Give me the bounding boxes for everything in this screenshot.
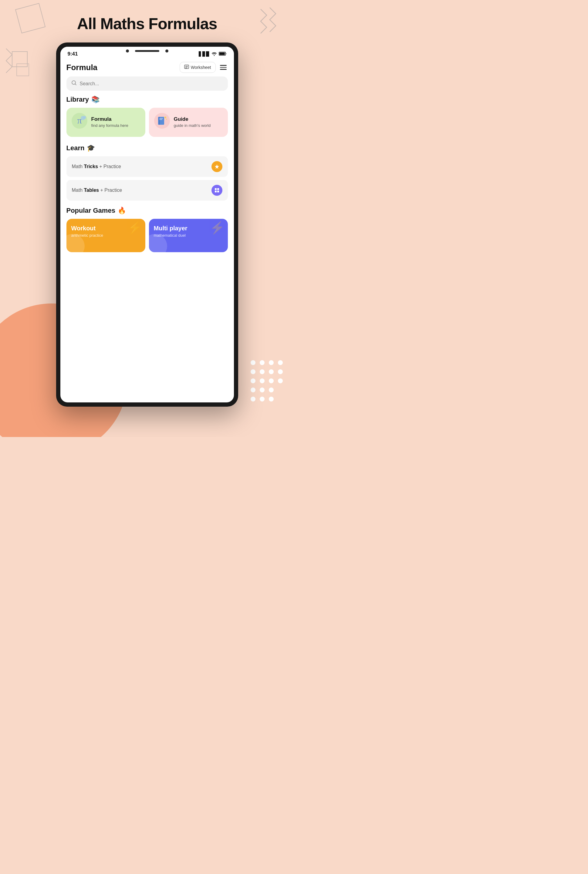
svg-point-8: [260, 369, 265, 374]
library-section-title: Library: [66, 96, 89, 104]
guide-card[interactable]: Guide guide in math's world: [149, 108, 228, 137]
svg-point-20: [269, 396, 274, 401]
svg-point-11: [250, 378, 255, 383]
guide-card-title: Guide: [174, 116, 211, 122]
sensor-dot: [165, 50, 168, 53]
multiplayer-game-card[interactable]: ⚡ Multi player mathematical duel: [149, 219, 228, 252]
math-tables-badge: [212, 185, 222, 196]
popular-games-header: Popular Games 🔥: [66, 207, 228, 215]
search-icon: [71, 80, 77, 87]
app-header: Formula Worksheet: [60, 60, 234, 77]
screen-content: Library 📚 π: [60, 96, 234, 402]
formula-card-text: Formula find any formula here: [92, 116, 128, 128]
speaker-bar: [135, 50, 159, 52]
math-tricks-text: Math Tricks + Practice: [72, 164, 121, 169]
svg-point-14: [278, 378, 283, 383]
svg-rect-1: [12, 52, 27, 67]
math-tables-bold: Tables: [84, 188, 99, 193]
svg-point-16: [260, 387, 265, 392]
dots-decoration: [249, 358, 285, 413]
worksheet-button-label: Worksheet: [191, 65, 211, 70]
guide-card-icon: [154, 113, 170, 132]
games-row: ⚡ Workout arithmetic practice ⚡ Multi pl…: [66, 219, 228, 252]
svg-point-12: [260, 378, 265, 383]
math-tables-item[interactable]: Math Tables + Practice: [66, 180, 228, 201]
popular-games-section: Popular Games 🔥 ⚡ Workout arithmetic pra…: [66, 207, 228, 252]
math-tricks-prefix: Math: [72, 164, 84, 169]
guide-card-text: Guide guide in math's world: [174, 116, 211, 128]
front-camera: [126, 50, 129, 53]
multiplayer-game-title: Multi player: [154, 225, 223, 232]
workout-game-title: Workout: [71, 225, 141, 232]
svg-point-9: [269, 369, 274, 374]
library-section-header: Library 📚: [66, 96, 228, 104]
math-tricks-bold: Tricks: [84, 164, 98, 169]
popular-games-title: Popular Games: [66, 207, 115, 215]
menu-button[interactable]: [219, 64, 228, 71]
status-time: 9:41: [68, 51, 78, 57]
workout-game-subtitle: arithmetic practice: [71, 233, 141, 237]
multiplayer-game-subtitle: mathematical duel: [154, 233, 223, 237]
svg-point-5: [269, 360, 274, 365]
learn-section-emoji: 🎓: [87, 144, 95, 152]
guide-card-subtitle: guide in math's world: [174, 123, 211, 128]
svg-rect-36: [159, 118, 163, 119]
svg-point-39: [166, 119, 167, 120]
battery-icon: [219, 52, 226, 57]
status-icons: ▋▊▉: [199, 51, 226, 57]
workout-game-card[interactable]: ⚡ Workout arithmetic practice: [66, 219, 146, 252]
svg-point-18: [250, 396, 255, 401]
page-title: All Maths Formulas: [0, 15, 294, 33]
svg-marker-40: [215, 164, 219, 169]
formula-card-icon: π: [71, 113, 88, 132]
tablet-top-bar: [99, 47, 196, 55]
svg-rect-42: [217, 188, 219, 190]
popular-games-emoji: 🔥: [118, 207, 126, 215]
tablet-device: 9:41 ▋▊▉: [56, 42, 238, 407]
svg-rect-44: [217, 191, 219, 192]
svg-point-7: [250, 369, 255, 374]
library-cards: π Formula find any formula here: [66, 108, 228, 137]
svg-rect-41: [215, 188, 217, 190]
svg-point-10: [278, 369, 283, 374]
svg-rect-43: [215, 191, 217, 192]
learn-section-title: Learn: [66, 144, 85, 152]
formula-card-title: Formula: [92, 116, 128, 122]
formula-card-subtitle: find any formula here: [92, 123, 128, 128]
wifi-icon: [212, 52, 217, 57]
math-tricks-badge: [212, 161, 222, 172]
svg-rect-35: [159, 117, 160, 125]
learn-section: Learn 🎓 Math Tricks + Practice: [66, 144, 228, 201]
svg-line-28: [75, 84, 76, 85]
signal-icon: ▋▊▉: [199, 51, 210, 57]
svg-rect-2: [16, 64, 29, 76]
formula-card[interactable]: π Formula find any formula here: [66, 108, 146, 137]
menu-line-3: [220, 69, 226, 70]
search-container: [60, 77, 234, 96]
math-tricks-item[interactable]: Math Tricks + Practice: [66, 156, 228, 177]
svg-point-3: [250, 360, 255, 365]
svg-point-6: [278, 360, 283, 365]
svg-point-4: [260, 360, 265, 365]
learn-section-header: Learn 🎓: [66, 144, 228, 152]
math-tables-prefix: Math: [72, 188, 84, 193]
tablet-screen: 9:41 ▋▊▉: [60, 47, 234, 402]
svg-point-17: [269, 387, 274, 392]
svg-rect-37: [159, 119, 162, 120]
search-input[interactable]: [80, 81, 223, 87]
menu-line-2: [220, 67, 226, 68]
library-section-emoji: 📚: [92, 96, 99, 104]
math-tables-text: Math Tables + Practice: [72, 188, 122, 193]
math-tricks-suffix: + Practice: [98, 164, 121, 169]
menu-line-1: [220, 65, 226, 66]
svg-point-32: [83, 116, 86, 119]
svg-point-19: [260, 396, 265, 401]
app-title: Formula: [66, 63, 98, 72]
worksheet-button[interactable]: Worksheet: [180, 62, 216, 73]
svg-point-38: [165, 117, 166, 119]
math-tables-suffix: + Practice: [99, 188, 122, 193]
svg-rect-22: [219, 53, 225, 55]
svg-point-13: [269, 378, 274, 383]
search-bar[interactable]: [66, 77, 228, 91]
header-right: Worksheet: [180, 62, 228, 73]
